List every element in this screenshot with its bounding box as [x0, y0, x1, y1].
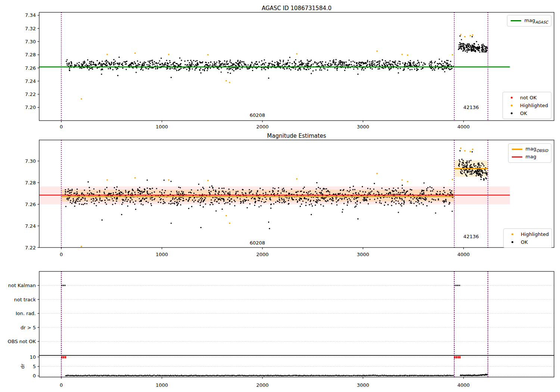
highlighted-dot-sample: [511, 233, 513, 235]
x-tick-label: 3000: [357, 382, 369, 388]
mag-agasc-line-sample: [511, 20, 521, 21]
flag-category-label: not Kalman: [8, 283, 36, 288]
legend-mag-lines: magOBSID mag: [508, 143, 551, 163]
x-tick-label: 0: [60, 252, 63, 257]
legend-label-mag-obsid: magOBSID: [526, 146, 548, 153]
x-tick-label: 1000: [156, 124, 168, 130]
panel-agasc: 010002000300040007.347.327.307.287.267.2…: [25, 12, 554, 130]
legend-row: magAGASC: [510, 17, 548, 25]
panel-flags: not Kalmannot trackIon. rad.dr > 5OBS no…: [8, 271, 554, 388]
flag-category-label: OBS not OK: [8, 339, 36, 344]
legend-marker-box: [507, 233, 518, 235]
legend-marker-box: [511, 149, 523, 150]
not-ok-dot-sample: [511, 97, 513, 99]
y-tick-label: 7.28: [25, 180, 36, 186]
y-tick-label: 7.30: [25, 158, 36, 164]
x-tick-label: 2000: [256, 382, 268, 388]
obsid-60208-annotation: 60208: [250, 112, 265, 118]
obsid-42136-annotation: 42136: [463, 104, 479, 110]
y-tick-label: 7.30: [25, 39, 36, 44]
y-tick-label: 7.26: [25, 202, 36, 207]
x-tick-label: 4000: [457, 382, 470, 388]
figure: 010002000300040007.347.327.307.287.267.2…: [0, 0, 560, 392]
y-tick-label: 7.32: [25, 26, 36, 31]
legend-row: OK: [506, 109, 548, 117]
y-tick-label: 7.34: [25, 12, 36, 18]
legend-marker-box: [510, 20, 522, 21]
legend-mag-agasc: magAGASC: [507, 15, 551, 27]
legend-row: OK: [507, 238, 549, 246]
panel-agasc-ok-points: [66, 35, 488, 79]
y-tick-label: 7.22: [25, 245, 36, 251]
legend-marker-box: [507, 241, 518, 243]
legend-label-not-ok: not OK: [520, 95, 536, 100]
chart-canvas: 010002000300040007.347.327.307.287.267.2…: [0, 0, 560, 392]
panel1-title: AGASC ID 1086731584.0: [39, 5, 554, 12]
obsid-60208-annotation: 60208: [250, 240, 265, 245]
legend-label-mag: mag: [526, 154, 536, 161]
legend-label-highlighted: Highlighted: [520, 103, 548, 108]
x-tick-label: 2000: [256, 252, 268, 257]
y-tick-label: 7.26: [25, 65, 36, 71]
legend-label-highlighted: Highlighted: [521, 231, 549, 237]
legend-label-ok: OK: [521, 239, 528, 245]
legend-point-status: not OK Highlighted OK: [503, 92, 551, 119]
legend-marker-box: [506, 112, 517, 114]
dr-tick-label: 0: [33, 373, 36, 379]
mag-obsid-line-sample: [512, 149, 522, 150]
panel-magest: 010002000300040007.307.287.267.247.22: [25, 140, 554, 257]
x-tick-label: 4000: [457, 124, 470, 130]
x-tick-label: 1000: [156, 382, 168, 388]
ok-dot-sample: [511, 241, 513, 243]
highlighted-dot-sample: [511, 105, 513, 106]
y-tick-label: 7.22: [25, 91, 36, 97]
ok-dot-sample: [511, 112, 513, 114]
y-tick-label: 7.20: [25, 105, 36, 110]
x-tick-label: 2000: [256, 124, 268, 130]
x-tick-label: 4000: [457, 252, 470, 257]
dr-axis-label: dr: [20, 361, 27, 372]
dr-tick-label: 10: [29, 354, 36, 360]
x-tick-label: 0: [60, 382, 63, 388]
dr-trace-points: [65, 374, 488, 376]
legend-row: Highlighted: [506, 102, 548, 109]
mag-line-sample: [512, 156, 522, 158]
flag-category-label: dr > 5: [21, 325, 36, 330]
legend-marker-box: [506, 97, 517, 99]
legend-row: mag: [511, 153, 548, 161]
y-tick-label: 7.24: [25, 78, 36, 84]
legend-row: Highlighted: [507, 230, 549, 238]
panel2-title: Magnitude Estimates: [39, 133, 554, 139]
x-tick-label: 1000: [156, 252, 168, 257]
flag-category-label: Ion. rad.: [16, 311, 36, 316]
x-tick-label: 3000: [357, 124, 369, 130]
legend-row: magOBSID: [511, 145, 548, 153]
x-tick-label: 3000: [357, 252, 369, 257]
obsid-42136-annotation: 42136: [463, 233, 479, 239]
legend-marker-box: [511, 156, 523, 158]
y-tick-label: 7.24: [25, 223, 36, 229]
legend-point-status-2: Highlighted OK: [503, 228, 552, 248]
x-tick-label: 0: [60, 124, 63, 130]
y-tick-label: 7.28: [25, 52, 36, 57]
flag-category-label: not track: [14, 297, 36, 302]
dr-tick-label: 5: [33, 364, 36, 369]
legend-row: not OK: [506, 94, 548, 102]
legend-marker-box: [506, 105, 517, 106]
legend-label-mag-agasc: magAGASC: [525, 18, 548, 24]
legend-label-ok: OK: [520, 111, 527, 116]
